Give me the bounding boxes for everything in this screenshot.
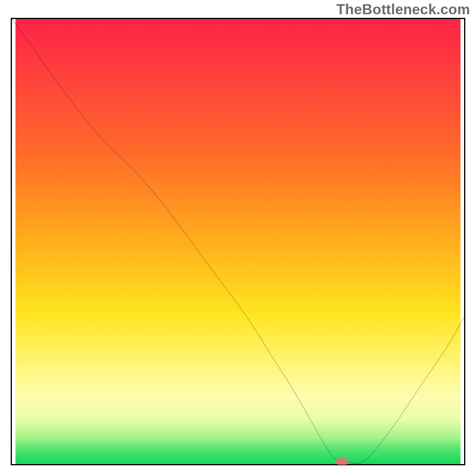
plot-border <box>11 18 465 465</box>
chart-frame: TheBottleneck.com <box>0 0 476 476</box>
chart-svg <box>12 19 464 464</box>
watermark-text: TheBottleneck.com <box>336 1 470 18</box>
target-marker <box>336 458 348 465</box>
bottleneck-curve <box>12 19 464 464</box>
